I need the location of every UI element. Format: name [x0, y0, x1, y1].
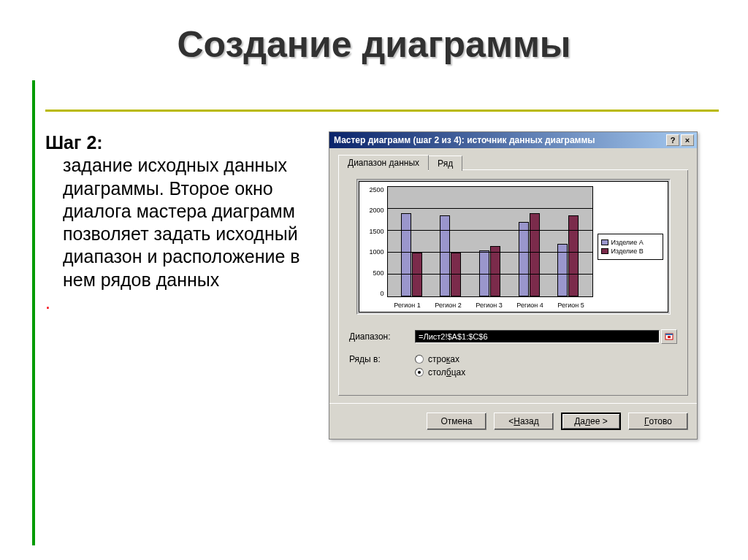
body-text: Шаг 2: задание исходных данных диаграммы… [45, 131, 316, 440]
step-text: задание исходных данных диаграммы. Второ… [63, 154, 316, 291]
collapse-dialog-button[interactable] [661, 329, 677, 344]
xtick: Регион 1 [394, 302, 420, 309]
trailing-dot: . [45, 292, 50, 312]
dialog-title: Мастер диаграмм (шаг 2 из 4): источник д… [334, 135, 595, 145]
bar-group [440, 187, 461, 296]
ytick: 1000 [359, 248, 384, 256]
gridline [388, 274, 592, 275]
svg-rect-1 [665, 334, 673, 335]
bar-group [519, 187, 540, 296]
bar-group [401, 187, 422, 296]
dialog-titlebar[interactable]: Мастер диаграмм (шаг 2 из 4): источник д… [329, 132, 697, 148]
finish-button[interactable]: Готово [628, 413, 688, 430]
tab-data-range[interactable]: Диапазон данных [338, 155, 429, 170]
chart-preview-frame: 2500 2000 1500 1000 500 0 [356, 179, 671, 315]
bar [412, 253, 422, 296]
gridline [388, 230, 592, 231]
chart-legend: Изделие A Изделие B [598, 182, 668, 312]
rows-in-label: Ряды в: [349, 354, 415, 364]
page-title: Создание диаграммы [0, 0, 748, 66]
gridline [388, 186, 592, 187]
ytick: 500 [359, 269, 384, 277]
tabs-row: Диапазон данных Ряд [338, 154, 688, 170]
ytick: 2500 [359, 186, 384, 193]
radio-icon [415, 355, 424, 364]
ytick: 1500 [359, 228, 384, 235]
bar [440, 215, 450, 296]
content-area: Шаг 2: задание исходных данных диаграммы… [45, 131, 719, 440]
chart-x-axis: Регион 1Регион 2Регион 3Регион 4Регион 5 [387, 302, 592, 309]
bar [401, 213, 411, 296]
orientation-row: Ряды в: строках столбцах [349, 354, 677, 377]
slide: Создание диаграммы Шаг 2: задание исходн… [0, 0, 748, 560]
chart-preview: 2500 2000 1500 1000 500 0 [359, 181, 668, 312]
ytick: 0 [359, 290, 384, 297]
xtick: Регион 2 [435, 302, 461, 309]
range-row: Диапазон: =Лист2!$A$1:$C$6 [349, 329, 677, 344]
chart-y-axis: 2500 2000 1500 1000 500 0 [359, 182, 387, 312]
svg-rect-2 [668, 336, 671, 338]
legend-label-a: Изделие A [611, 239, 644, 246]
ytick: 2000 [359, 207, 384, 214]
legend-label-b: Изделие B [611, 248, 644, 255]
bar [519, 222, 529, 296]
bar-group [479, 187, 500, 296]
range-input[interactable]: =Лист2!$A$1:$C$6 [415, 330, 660, 343]
bar [451, 253, 461, 296]
wizard-buttons: Отмена < Назад Далее > Готово [329, 403, 697, 439]
bar-group [557, 187, 579, 296]
close-button[interactable]: × [681, 134, 694, 146]
radio-rows[interactable]: строках [415, 354, 465, 364]
title-underline [45, 110, 719, 112]
tab-panel: 2500 2000 1500 1000 500 0 [338, 170, 688, 396]
radio-columns[interactable]: столбцах [415, 367, 465, 377]
chart-plot-area [387, 186, 593, 297]
bar [490, 246, 500, 296]
gridline [388, 208, 592, 209]
spreadsheet-icon [665, 332, 673, 341]
accent-vertical-bar [32, 80, 35, 545]
chart-wizard-dialog: Мастер диаграмм (шаг 2 из 4): источник д… [329, 131, 698, 440]
radio-rows-label: строках [428, 354, 459, 364]
tab-series[interactable]: Ряд [428, 156, 462, 171]
back-button[interactable]: < Назад [494, 413, 554, 430]
bar [530, 213, 540, 296]
legend-swatch-a [601, 239, 608, 245]
legend-swatch-b [601, 248, 608, 254]
radio-icon [415, 368, 424, 377]
radio-columns-label: столбцах [428, 367, 465, 377]
xtick: Регион 3 [476, 302, 502, 309]
step-label: Шаг 2: [45, 132, 103, 153]
cancel-button[interactable]: Отмена [427, 413, 486, 430]
xtick: Регион 4 [516, 302, 543, 309]
next-button[interactable]: Далее > [561, 413, 621, 430]
xtick: Регион 5 [557, 302, 584, 309]
bar [568, 215, 579, 296]
range-label: Диапазон: [349, 331, 391, 342]
help-button[interactable]: ? [666, 134, 679, 146]
gridline [388, 252, 592, 253]
